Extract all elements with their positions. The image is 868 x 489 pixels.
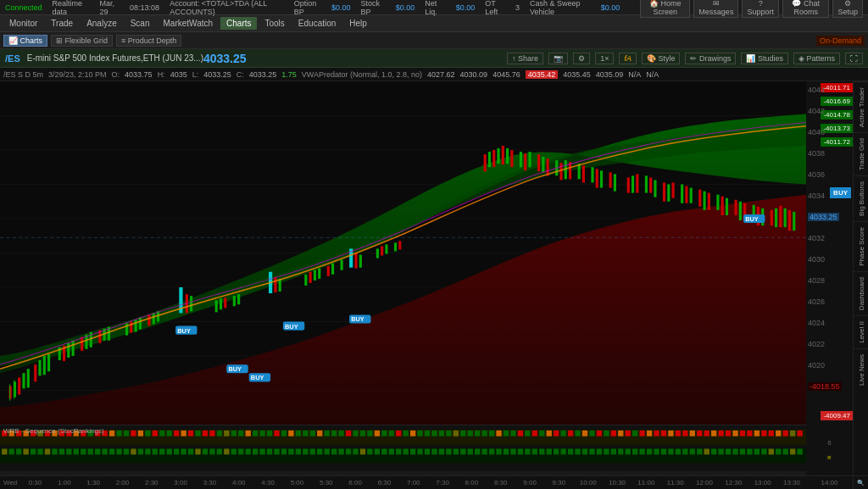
svg-rect-218 <box>560 431 565 436</box>
svg-rect-193 <box>381 431 387 436</box>
svg-rect-184 <box>317 431 322 436</box>
ind-val3: 4045.76 <box>492 70 520 79</box>
svg-rect-73 <box>528 152 531 167</box>
svg-rect-191 <box>367 431 372 436</box>
chart-canvas[interactable]: BUY BUY BUY BUY BUY BUY BUY BUY <box>0 81 806 425</box>
svg-rect-215 <box>539 431 544 436</box>
time-label-930: 9:30 <box>544 479 573 486</box>
svg-rect-200 <box>431 431 437 436</box>
svg-rect-115 <box>784 208 787 227</box>
svg-rect-59 <box>376 248 379 258</box>
svg-rect-93 <box>654 180 656 197</box>
product-depth-tab[interactable]: ≡ Product Depth <box>116 35 181 47</box>
svg-rect-62 <box>394 242 397 251</box>
svg-rect-258 <box>45 448 50 454</box>
svg-rect-362 <box>790 448 795 454</box>
svg-rect-170 <box>217 431 222 436</box>
price-label-5: N/A <box>646 70 659 79</box>
svg-rect-278 <box>188 448 193 454</box>
svg-rect-179 <box>281 431 287 436</box>
svg-rect-54 <box>331 264 334 275</box>
svg-rect-321 <box>496 448 501 454</box>
svg-rect-303 <box>367 448 372 454</box>
svg-rect-42 <box>220 298 222 309</box>
drawings-button[interactable]: ✏ Drawings <box>685 53 736 64</box>
svg-rect-317 <box>468 448 473 454</box>
1x-button[interactable]: 1× <box>595 53 614 64</box>
svg-rect-11 <box>14 381 16 397</box>
chart-area-wrapper: BUY BUY BUY BUY BUY BUY BUY BUY <box>0 81 868 489</box>
menu-charts[interactable]: Charts <box>220 17 257 30</box>
active-trader-tab[interactable]: Active Trader <box>854 81 868 132</box>
svg-rect-177 <box>267 431 272 436</box>
svg-rect-105 <box>726 198 728 215</box>
live-news-tab[interactable]: Live News <box>854 348 868 391</box>
share-button[interactable]: ↑ Share <box>507 53 543 64</box>
svg-rect-86 <box>609 172 612 187</box>
fullscreen-button[interactable]: ⛶ <box>845 53 863 64</box>
big-buttons-tab[interactable]: Big Buttons <box>854 175 868 221</box>
svg-rect-225 <box>611 431 616 436</box>
svg-rect-43 <box>224 297 226 308</box>
home-screen-button[interactable]: 🏠 Home Screen <box>640 0 690 18</box>
menu-education[interactable]: Education <box>292 17 342 30</box>
chat-rooms-button[interactable]: 💬 Chat Rooms <box>782 0 830 18</box>
svg-rect-178 <box>274 431 279 436</box>
price-4018: -4018.55 <box>808 382 842 391</box>
menu-tools[interactable]: Tools <box>259 17 290 30</box>
svg-rect-166 <box>188 431 193 436</box>
settings-button[interactable]: ⚙ <box>573 53 590 64</box>
svg-rect-219 <box>568 431 573 436</box>
net-liq-label: Net Liq. <box>425 0 446 16</box>
svg-rect-269 <box>124 448 129 454</box>
charts-tab[interactable]: 📈 Charts <box>3 35 47 47</box>
buy-button-right[interactable]: BUY <box>830 187 851 198</box>
svg-rect-252 <box>2 448 7 454</box>
svg-rect-353 <box>726 448 731 454</box>
svg-rect-292 <box>288 448 293 454</box>
menu-analyze[interactable]: Analyze <box>81 17 123 30</box>
trade-grid-tab[interactable]: Trade Grid <box>854 132 868 175</box>
menu-monitor[interactable]: Monitor <box>3 17 43 30</box>
svg-rect-41 <box>215 300 218 312</box>
svg-rect-222 <box>589 431 594 436</box>
flexible-grid-tab[interactable]: ⊞ Flexible Grid <box>51 35 113 47</box>
setup-button[interactable]: ⚙ Setup <box>832 0 863 18</box>
svg-rect-262 <box>74 448 79 454</box>
svg-rect-232 <box>661 431 666 436</box>
style-button[interactable]: 🎨 Style <box>642 53 681 64</box>
menu-marketwatch[interactable]: MarketWatch <box>158 17 220 30</box>
svg-rect-176 <box>259 431 264 436</box>
fx-button[interactable]: fA <box>619 53 637 64</box>
svg-rect-95 <box>667 185 670 202</box>
date-display: Mar, 29 <box>99 0 120 16</box>
svg-rect-162 <box>159 431 164 436</box>
price-badge-4013: -4013.73 <box>821 124 853 133</box>
camera-button[interactable]: 📷 <box>548 53 568 64</box>
price-4032: 4032 <box>808 234 825 242</box>
svg-rect-291 <box>281 448 287 454</box>
level2-tab[interactable]: Level II <box>854 315 868 348</box>
menu-scan[interactable]: Scan <box>125 17 156 30</box>
svg-rect-182 <box>303 431 308 436</box>
svg-rect-246 <box>761 431 766 436</box>
messages-button[interactable]: ✉ Messages <box>693 0 738 18</box>
phase-score-tab[interactable]: Phase Score <box>854 221 868 271</box>
support-button[interactable]: ? Support <box>742 0 779 18</box>
svg-rect-304 <box>375 448 380 454</box>
menu-trade[interactable]: Trade <box>45 17 79 30</box>
high-label: H: <box>158 70 165 79</box>
zoom-icons[interactable]: 🔍 <box>857 480 865 486</box>
svg-rect-245 <box>754 431 760 436</box>
time-label-1300: 13:00 <box>748 479 777 486</box>
svg-rect-359 <box>769 448 774 454</box>
time-label-130: 1:30 <box>79 479 108 486</box>
dashboard-tab[interactable]: Dashboard <box>854 271 868 315</box>
studies-button[interactable]: 📊 Studies <box>741 53 788 64</box>
menu-help[interactable]: Help <box>343 17 373 30</box>
svg-rect-213 <box>525 431 530 436</box>
stock-bp-label: Stock BP <box>361 0 386 16</box>
svg-rect-274 <box>159 448 164 454</box>
svg-rect-237 <box>697 431 702 436</box>
patterns-button[interactable]: ◈ Patterns <box>793 53 840 64</box>
